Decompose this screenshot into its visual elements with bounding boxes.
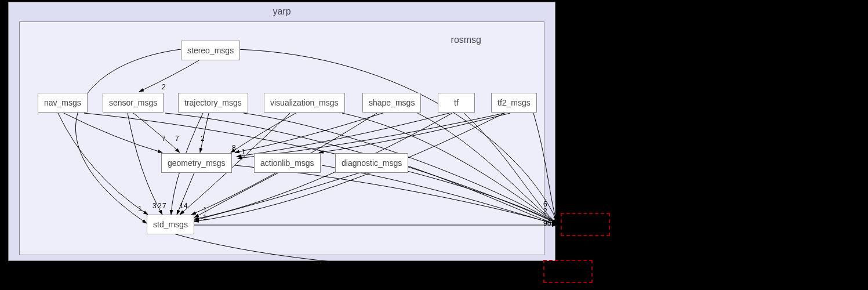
edge-label: 2 xyxy=(543,207,547,215)
node-trajectory-msgs[interactable]: trajectory_msgs xyxy=(178,93,248,113)
node-geometry-msgs[interactable]: geometry_msgs xyxy=(161,153,232,173)
node-visualization-msgs[interactable]: visualization_msgs xyxy=(264,93,345,113)
edge-label: 1 xyxy=(203,206,207,214)
edge-label: 96 xyxy=(543,219,551,227)
inner-cluster-label: rosmsg xyxy=(451,35,481,45)
edge-label: 1 xyxy=(138,205,142,213)
node-sensor-msgs[interactable]: sensor_msgs xyxy=(103,93,164,113)
node-actionlib-msgs[interactable]: actionlib_msgs xyxy=(254,153,321,173)
node-tf2-msgs[interactable]: tf2_msgs xyxy=(491,93,537,113)
edge-label: 7 xyxy=(162,135,166,143)
edge-label: 1 xyxy=(241,148,245,156)
edge-label: 2 xyxy=(158,202,162,210)
node-shape-msgs[interactable]: shape_msgs xyxy=(362,93,421,113)
edge-label: 7 xyxy=(175,135,179,143)
node-stereo-msgs[interactable]: stereo_msgs xyxy=(181,41,240,60)
node-nav-msgs[interactable]: nav_msgs xyxy=(38,93,88,113)
outer-cluster-yarp: yarp rosmsg xyxy=(8,2,555,261)
legend-box-1 xyxy=(561,213,610,236)
edge-label: 14 xyxy=(180,202,187,210)
node-tf[interactable]: tf xyxy=(438,93,475,113)
legend-box-2 xyxy=(543,260,593,283)
edge-label: 3 xyxy=(152,202,157,210)
inner-cluster-rosmsg: rosmsg xyxy=(19,21,544,255)
edge-label: 1 xyxy=(203,213,207,222)
edge-label: 2 xyxy=(201,135,205,143)
edge-label: 8 xyxy=(232,144,236,152)
edge-label: 2 xyxy=(162,83,166,91)
outer-cluster-label: yarp xyxy=(273,6,290,17)
edge-label: 7 xyxy=(162,202,166,210)
node-std-msgs[interactable]: std_msgs xyxy=(147,215,194,234)
node-diagnostic-msgs[interactable]: diagnostic_msgs xyxy=(335,153,408,173)
